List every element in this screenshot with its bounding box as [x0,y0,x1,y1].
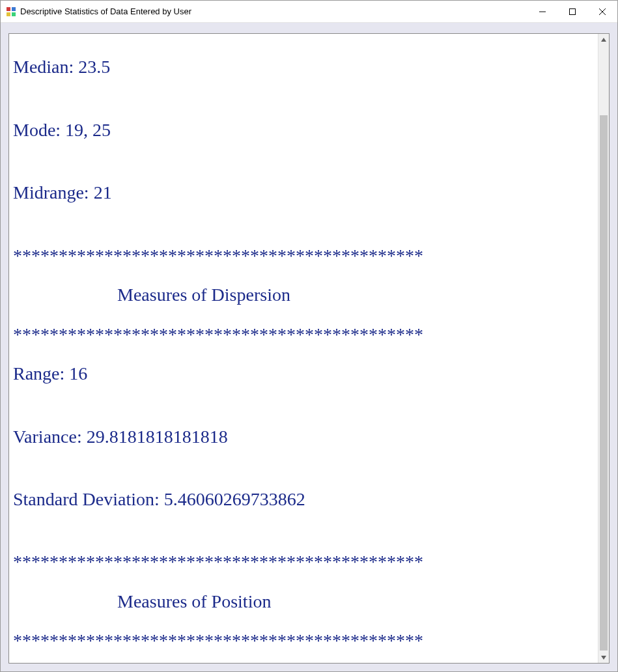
client-area: Median: 23.5 Mode: 19, 25 Midrange: 21 *… [1,23,617,671]
section-divider: ****************************************… [13,631,594,651]
title-bar[interactable]: Descriptive Statistics of Data Entered b… [1,1,617,23]
svg-rect-5 [570,8,576,14]
svg-marker-8 [601,38,606,42]
section-divider: ****************************************… [13,552,594,572]
stat-variance: Variance: 29.8181818181818 [13,427,594,447]
scroll-up-arrow-icon[interactable] [598,34,609,45]
svg-rect-3 [12,12,16,16]
section-divider: ****************************************… [13,325,594,344]
svg-rect-2 [7,12,10,16]
app-window: Descriptive Statistics of Data Entered b… [0,0,618,672]
stat-median: Median: 23.5 [13,57,594,77]
maximize-button[interactable] [557,1,587,22]
scroll-thumb[interactable] [600,115,608,651]
svg-rect-0 [7,7,10,11]
heading-position: Measures of Position [13,592,594,611]
stat-mode: Mode: 19, 25 [13,120,594,140]
output-panel: Median: 23.5 Mode: 19, 25 Midrange: 21 *… [8,33,610,664]
scroll-down-arrow-icon[interactable] [598,652,609,663]
stat-stddev: Standard Deviation: 5.46060269733862 [13,490,594,509]
vertical-scrollbar[interactable] [598,34,609,663]
svg-rect-1 [12,7,16,11]
window-title: Descriptive Statistics of Data Entered b… [20,7,527,16]
output-text: Median: 23.5 Mode: 19, 25 Midrange: 21 *… [9,34,598,663]
close-button[interactable] [587,1,617,22]
window-controls [527,1,617,22]
heading-dispersion: Measures of Dispersion [13,285,594,305]
stat-midrange: Midrange: 21 [13,183,594,203]
minimize-button[interactable] [527,1,557,22]
svg-marker-9 [601,656,606,660]
section-divider: ****************************************… [13,246,594,266]
stat-range: Range: 16 [13,364,594,384]
app-icon [6,7,16,17]
